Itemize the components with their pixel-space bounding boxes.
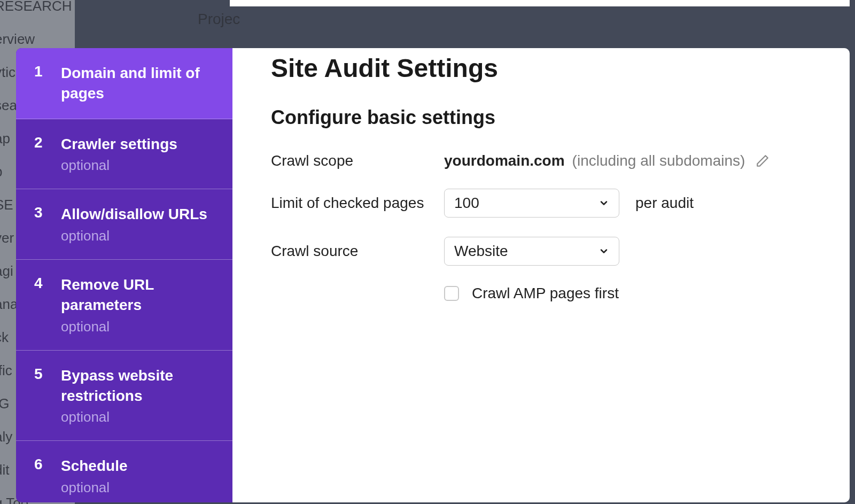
step-optional-label: optional (61, 409, 216, 425)
crawl-amp-checkbox[interactable] (444, 286, 459, 301)
crawl-source-label: Crawl source (271, 243, 444, 260)
step-title: Crawler settings (61, 134, 216, 154)
step-number: 6 (34, 456, 61, 496)
crawl-amp-row: Crawl AMP pages first (444, 285, 811, 302)
step-allow-disallow-urls[interactable]: 3 Allow/disallow URLs optional (16, 189, 232, 260)
step-number: 1 (34, 63, 61, 104)
settings-content-panel: Site Audit Settings Configure basic sett… (232, 48, 850, 502)
modal-panel-bg (230, 0, 850, 6)
limit-pages-suffix: per audit (635, 195, 694, 212)
settings-steps-sidebar: 1 Domain and limit of pages 2 Crawler se… (16, 48, 232, 502)
crawl-scope-value: yourdomain.com (444, 152, 565, 169)
step-schedule[interactable]: 6 Schedule optional (16, 441, 232, 502)
step-title: Remove URL parameters (61, 275, 216, 315)
crawl-source-selected-value: Website (454, 243, 508, 260)
crawl-scope-label: Crawl scope (271, 152, 444, 169)
step-title: Domain and limit of pages (61, 63, 216, 104)
step-domain-limit[interactable]: 1 Domain and limit of pages (16, 48, 232, 119)
site-audit-settings-modal: 1 Domain and limit of pages 2 Crawler se… (16, 48, 850, 502)
chevron-down-icon (598, 246, 609, 257)
step-title: Allow/disallow URLs (61, 204, 216, 224)
background-topbar-text: Projec (198, 11, 240, 28)
step-number: 4 (34, 275, 61, 335)
limit-pages-select[interactable]: 100 (444, 189, 619, 218)
limit-pages-row: Limit of checked pages 100 per audit (271, 189, 811, 218)
step-crawler-settings[interactable]: 2 Crawler settings optional (16, 119, 232, 190)
modal-subtitle: Configure basic settings (271, 106, 811, 129)
step-optional-label: optional (61, 157, 216, 174)
crawl-source-row: Crawl source Website (271, 237, 811, 266)
step-bypass-restrictions[interactable]: 5 Bypass website restrictions optional (16, 351, 232, 441)
crawl-scope-row: Crawl scope yourdomain.com (including al… (271, 152, 811, 169)
chevron-down-icon (598, 198, 609, 208)
limit-pages-selected-value: 100 (454, 195, 479, 212)
step-optional-label: optional (61, 479, 216, 496)
crawl-amp-label: Crawl AMP pages first (472, 285, 619, 302)
limit-pages-label: Limit of checked pages (271, 195, 444, 212)
step-optional-label: optional (61, 228, 216, 244)
step-title: Bypass website restrictions (61, 366, 216, 406)
step-number: 5 (34, 366, 61, 426)
step-number: 3 (34, 204, 61, 244)
crawl-scope-note: (including all subdomains) (572, 152, 745, 169)
modal-title: Site Audit Settings (271, 53, 811, 83)
step-number: 2 (34, 134, 61, 174)
step-optional-label: optional (61, 319, 216, 335)
crawl-source-select[interactable]: Website (444, 237, 619, 266)
pencil-icon[interactable] (755, 153, 771, 169)
step-title: Schedule (61, 456, 216, 476)
step-remove-url-parameters[interactable]: 4 Remove URL parameters optional (16, 260, 232, 351)
